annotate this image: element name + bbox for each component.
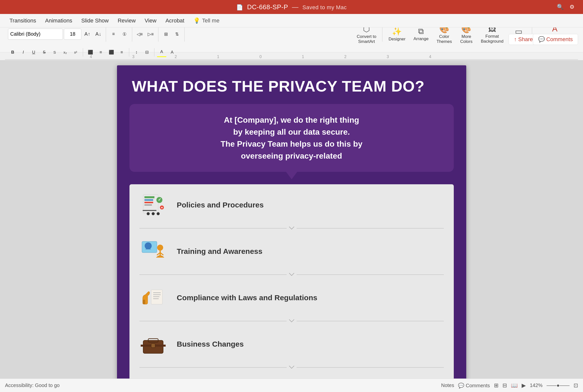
menu-transitions[interactable]: Transitions	[5, 16, 41, 26]
svg-rect-12	[145, 199, 153, 201]
item-business-label: Business Changes	[177, 340, 244, 348]
comment-icon: 💬	[538, 36, 545, 43]
arrange-icon: ⧉	[418, 27, 424, 36]
svg-rect-19	[143, 210, 156, 211]
menu-view[interactable]: View	[140, 16, 161, 26]
icon-partial	[140, 377, 167, 378]
divider-line-4	[140, 367, 287, 368]
divider-after-training	[130, 272, 454, 277]
content-item-training: Training and Awareness	[130, 231, 454, 272]
item-training-label: Training and Awareness	[177, 247, 262, 256]
main-area: WHAT DOES THE PRIVACY TEAM DO? At [Compa…	[0, 60, 583, 378]
slide[interactable]: WHAT DOES THE PRIVACY TEAM DO? At [Compa…	[117, 65, 466, 378]
divider-line-3	[140, 321, 287, 321]
arrange-btn[interactable]: ⧉ Arrange	[410, 25, 432, 43]
chevron-svg-2	[287, 272, 297, 277]
svg-text:1: 1	[302, 54, 304, 59]
svg-text:4: 4	[429, 54, 431, 59]
columns-btn[interactable]: ⊞	[161, 29, 171, 39]
icon-training	[140, 238, 167, 265]
svg-rect-13	[145, 202, 153, 203]
divider-line-1	[140, 228, 287, 228]
svg-point-21	[152, 212, 155, 215]
divider-after-compliance	[130, 318, 454, 324]
comments-button[interactable]: 💬 Comments	[533, 34, 578, 45]
tell-me-field[interactable]: 💡 Tell me	[189, 16, 224, 26]
content-item-compliance: Compliance with Laws and Regulations	[130, 277, 454, 318]
designer-icon: ✨	[392, 27, 402, 36]
comments-status-btn[interactable]: 💬 Comments	[458, 382, 490, 388]
svg-rect-11	[145, 196, 154, 198]
font-selector[interactable]	[8, 29, 63, 40]
svg-text:2: 2	[344, 54, 346, 59]
titlebar-icons: 🔍 ⚙	[556, 4, 575, 10]
zoom-slider[interactable]: ——●——	[546, 382, 569, 388]
share-network-icon[interactable]: ⚙	[568, 4, 575, 10]
toolbar: A↑ A↓ ≡ ① ◁≡ ▷≡ ⊞ ⇅ ⬡ Convert to SmartAr…	[0, 28, 583, 52]
divider-5	[382, 27, 382, 42]
file-title: 📄 DC-668-SP-P — Saved to my Mac	[236, 3, 347, 11]
status-right: Notes 💬 Comments ⊞ ⊟ 📖 ▶ 142% ——●—— ⊡	[441, 382, 578, 389]
svg-text:2: 2	[175, 54, 177, 59]
chevron-svg-4	[287, 365, 297, 370]
ruler: 4 3 2 1 0 1 2 3 4	[0, 52, 583, 60]
font-size-input[interactable]	[64, 29, 81, 40]
content-item-policies: ✓ ● Policies and Procedures	[130, 184, 454, 226]
svg-text:●: ●	[161, 206, 163, 209]
content-item-business: Business Changes	[130, 324, 454, 365]
chevron-svg-1	[287, 226, 297, 231]
decrease-font-btn[interactable]: A↓	[93, 29, 103, 39]
menu-review[interactable]: Review	[113, 16, 140, 26]
speech-bubble-text: At [Company], we do the right thing by k…	[145, 114, 439, 162]
designer-btn[interactable]: ✨ Designer	[385, 25, 409, 43]
reading-view-btn[interactable]: 📖	[511, 382, 518, 389]
divider-2	[132, 27, 132, 42]
business-svg	[141, 332, 166, 356]
presenter-view-btn[interactable]: ▶	[522, 382, 526, 389]
slide-sorter-btn[interactable]: ⊟	[502, 382, 507, 389]
title-bar: 📄 DC-668-SP-P — Saved to my Mac 🔍 ⚙	[0, 0, 583, 14]
fit-window-btn[interactable]: ⊡	[573, 382, 578, 389]
numbering-btn[interactable]: ①	[120, 29, 130, 39]
menu-slideshow[interactable]: Slide Show	[77, 16, 113, 26]
normal-view-btn[interactable]: ⊞	[494, 382, 498, 389]
accessibility-status: Accessibility: Good to go	[5, 382, 60, 388]
slide-title: WHAT DOES THE PRIVACY TEAM DO?	[132, 77, 451, 95]
indent-decrease-btn[interactable]: ◁≡	[135, 29, 145, 39]
slide-title-area: WHAT DOES THE PRIVACY TEAM DO?	[117, 65, 466, 104]
chevron-svg-3	[287, 318, 297, 324]
icon-compliance	[140, 284, 167, 312]
svg-rect-38	[151, 344, 155, 348]
svg-point-25	[157, 245, 163, 250]
compliance-svg	[141, 285, 166, 310]
content-area: ✓ ● Policies and Procedures	[130, 184, 454, 378]
svg-point-20	[147, 212, 150, 215]
svg-rect-14	[145, 204, 152, 206]
svg-rect-34	[143, 300, 145, 304]
notes-btn[interactable]: Notes	[441, 382, 454, 388]
search-icon[interactable]: 🔍	[556, 4, 563, 10]
divider-4	[184, 27, 185, 42]
text-direction-btn[interactable]: ⇅	[172, 29, 182, 39]
share-icon: ↑	[514, 36, 517, 43]
indent-increase-btn[interactable]: ▷≡	[146, 29, 156, 39]
chevron-3	[287, 318, 297, 324]
item-policies-label: Policies and Procedures	[177, 201, 264, 209]
menu-bar: Transitions Animations Slide Show Review…	[0, 14, 583, 28]
svg-point-22	[157, 212, 160, 215]
file-icon: 📄	[236, 4, 243, 10]
menu-animations[interactable]: Animations	[41, 16, 77, 26]
ruler-svg: 4 3 2 1 0 1 2 3 4	[5, 52, 578, 60]
bullets-btn[interactable]: ≡	[109, 29, 119, 39]
menu-acrobat[interactable]: Acrobat	[161, 16, 189, 26]
svg-text:✓: ✓	[158, 198, 161, 202]
increase-font-btn[interactable]: A↑	[82, 29, 92, 39]
content-item-partial	[130, 370, 454, 378]
svg-text:3: 3	[132, 54, 135, 59]
svg-text:0: 0	[259, 54, 262, 59]
chevron-4	[287, 365, 297, 370]
divider-line-3b	[297, 321, 444, 321]
divider-line-2	[140, 274, 287, 275]
divider-line-1b	[297, 228, 444, 228]
chevron-1	[287, 226, 297, 231]
